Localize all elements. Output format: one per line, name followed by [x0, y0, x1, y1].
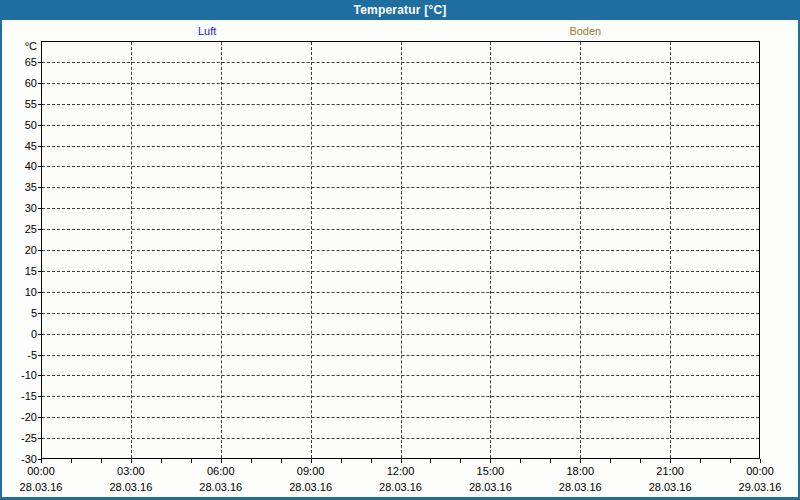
y-tick-label: 25: [2, 223, 37, 236]
y-tick-mark: [38, 250, 41, 251]
y-tick-label: 0: [2, 328, 37, 341]
y-tick-label: 20: [2, 244, 37, 257]
x-tick-date-label: 29.03.16: [739, 481, 782, 494]
x-tick-date-label: 28.03.16: [469, 481, 512, 494]
x-tick-mark: [640, 459, 641, 463]
y-tick-mark: [38, 187, 41, 188]
x-gridline: [670, 42, 671, 458]
x-tick-time-label: 09:00: [297, 465, 325, 478]
x-tick-mark: [371, 459, 372, 463]
y-tick-mark: [38, 438, 41, 439]
y-tick-label: 40: [2, 160, 37, 173]
y-tick-mark: [38, 83, 41, 84]
x-tick-date-label: 28.03.16: [199, 481, 242, 494]
y-tick-label: 45: [2, 140, 37, 153]
x-gridline: [311, 42, 312, 458]
x-tick-mark: [670, 459, 671, 463]
y-tick-mark: [38, 334, 41, 335]
y-tick-label: 15: [2, 265, 37, 278]
x-tick-mark: [101, 459, 102, 463]
y-tick-mark: [38, 271, 41, 272]
y-tick-label: 30: [2, 202, 37, 215]
y-tick-label: -20: [2, 411, 37, 424]
y-tick-mark: [38, 417, 41, 418]
x-tick-mark: [251, 459, 252, 463]
window-title-bar[interactable]: Temperatur [°C]: [0, 0, 800, 20]
x-tick-mark: [401, 459, 402, 463]
x-tick-date-label: 28.03.16: [379, 481, 422, 494]
x-tick-mark: [311, 459, 312, 463]
x-tick-time-label: 15:00: [477, 465, 505, 478]
x-tick-mark: [131, 459, 132, 463]
x-tick-mark: [490, 459, 491, 463]
x-tick-date-label: 28.03.16: [289, 481, 332, 494]
x-tick-mark: [760, 459, 761, 463]
y-tick-label: -10: [2, 369, 37, 382]
x-tick-mark: [41, 459, 42, 463]
x-tick-mark: [430, 459, 431, 463]
legend-label-luft: Luft: [198, 25, 216, 37]
x-tick-mark: [221, 459, 222, 463]
y-tick-label: 35: [2, 181, 37, 194]
y-tick-mark: [38, 208, 41, 209]
x-tick-mark: [550, 459, 551, 463]
y-tick-label: 50: [2, 119, 37, 132]
x-tick-mark: [730, 459, 731, 463]
x-gridline: [401, 42, 402, 458]
y-tick-mark: [38, 375, 41, 376]
y-tick-mark: [38, 166, 41, 167]
x-tick-mark: [520, 459, 521, 463]
x-tick-time-label: 12:00: [387, 465, 415, 478]
y-tick-mark: [38, 146, 41, 147]
chart-content: Luft Boden °C 65605550454035302520151050…: [2, 20, 798, 497]
legend-label-boden: Boden: [569, 25, 601, 37]
y-tick-mark: [38, 104, 41, 105]
x-tick-mark: [460, 459, 461, 463]
y-tick-mark: [38, 313, 41, 314]
y-tick-label: 60: [2, 77, 37, 90]
y-tick-mark: [38, 125, 41, 126]
chart-window: Temperatur [°C] Luft Boden °C 6560555045…: [0, 0, 800, 500]
x-tick-date-label: 28.03.16: [20, 481, 63, 494]
y-tick-label: 10: [2, 286, 37, 299]
x-tick-date-label: 28.03.16: [109, 481, 152, 494]
x-tick-time-label: 03:00: [117, 465, 145, 478]
y-tick-label: 5: [2, 307, 37, 320]
y-tick-label: -5: [2, 349, 37, 362]
x-tick-mark: [191, 459, 192, 463]
x-tick-time-label: 00:00: [746, 465, 774, 478]
x-tick-time-label: 18:00: [566, 465, 594, 478]
y-tick-label: 65: [2, 56, 37, 69]
x-tick-mark: [281, 459, 282, 463]
x-tick-mark: [71, 459, 72, 463]
y-tick-mark: [38, 229, 41, 230]
page-title: Temperatur [°C]: [354, 3, 447, 17]
x-tick-time-label: 21:00: [656, 465, 684, 478]
x-gridline: [221, 42, 222, 458]
x-tick-mark: [610, 459, 611, 463]
x-gridline: [580, 42, 581, 458]
x-tick-mark: [700, 459, 701, 463]
y-tick-mark: [38, 292, 41, 293]
y-tick-mark: [38, 355, 41, 356]
y-axis-unit-label: °C: [2, 40, 37, 53]
x-tick-time-label: 06:00: [207, 465, 235, 478]
x-tick-time-label: 00:00: [27, 465, 55, 478]
y-tick-label: -25: [2, 432, 37, 445]
y-tick-label: 55: [2, 98, 37, 111]
x-gridline: [131, 42, 132, 458]
x-tick-mark: [341, 459, 342, 463]
x-tick-mark: [580, 459, 581, 463]
y-tick-mark: [38, 62, 41, 63]
x-tick-mark: [161, 459, 162, 463]
y-tick-mark: [38, 396, 41, 397]
y-tick-label: -15: [2, 390, 37, 403]
x-gridline: [490, 42, 491, 458]
x-tick-date-label: 28.03.16: [649, 481, 692, 494]
x-tick-date-label: 28.03.16: [559, 481, 602, 494]
